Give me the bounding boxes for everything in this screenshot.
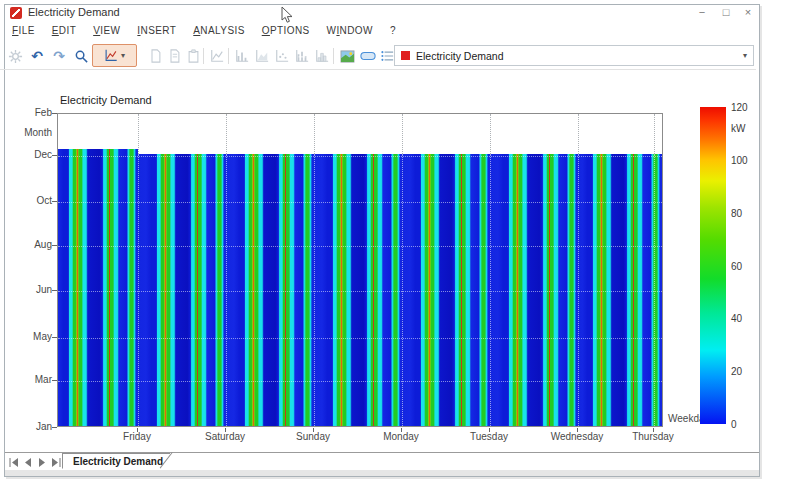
series-selector-dropdown[interactable]: Electricity Demand ▾ [394,45,754,66]
first-tab-button[interactable] [8,456,20,468]
colorbar-tick-40: 40 [731,313,761,324]
x-tick-mark [577,428,578,432]
x-tick-label-tuesday: Tuesday [447,431,531,442]
menu-item-view[interactable]: VIEW [93,25,120,36]
v-gridline-upper [138,114,139,154]
h-gridline [58,156,662,157]
menu-item-analysis[interactable]: ANALYSIS [193,25,244,36]
x-tick-mark [137,428,138,432]
y-tick-mark [52,155,57,156]
x-tick-mark [313,428,314,432]
last-tab-button[interactable] [50,456,62,468]
x-tick-label-friday: Friday [95,431,179,442]
x-tick-mark [401,428,402,432]
h-gridline [58,291,662,292]
y-tick-mark [52,113,57,114]
undo-icon[interactable]: ↶ [28,47,46,65]
h-gridline [58,338,662,339]
chart-type-button[interactable]: ▾ [92,44,137,67]
v-gridline-lower [226,154,227,426]
v-gridline-upper [578,114,579,154]
colorbar-tick-60: 60 [731,261,761,272]
redo-icon[interactable]: ↷ [50,47,68,65]
v-gridline-upper [654,114,655,154]
colorbar-tick-0: 0 [731,419,761,430]
y-tick-label-dec: Dec [16,149,52,160]
x-tick-label-thursday: Thursday [611,431,695,442]
x-tick-mark [489,428,490,432]
v-gridline-upper [490,114,491,154]
histogram-chart-icon[interactable] [313,47,331,65]
window-title: Electricity Demand [28,6,120,18]
menu-item-options[interactable]: OPTIONS [262,25,310,36]
y-tick-mark [52,427,57,428]
mouse-cursor [281,6,295,24]
app-logo-icon [10,7,22,19]
colorbar-tick-80: 80 [731,208,761,219]
y-tick-label-oct: Oct [16,195,52,206]
v-gridline-lower [402,154,403,426]
carpet-plot-icon [104,49,118,62]
menu-bar: FILEEDITVIEWINSERTANALYSISOPTIONSWINDOW? [12,25,396,36]
v-gridline-lower [578,154,579,426]
y-tick-label-mar: Mar [16,374,52,385]
area-chart-icon[interactable] [253,47,271,65]
line-chart-icon[interactable] [208,47,226,65]
v-gridline-lower [314,154,315,426]
v-gridline-lower [490,154,491,426]
tab-electricity-demand[interactable]: Electricity Demand [62,453,170,469]
h-gridline [58,202,662,203]
zoom-icon[interactable] [72,47,90,65]
maximize-button[interactable]: □ [717,4,735,20]
status-strip [5,470,759,476]
y-tick-label-aug: Aug [16,239,52,250]
y-tick-label-jun: Jun [16,284,52,295]
colorbar-tick-120: 120 [731,102,761,113]
minimize-button[interactable]: − [693,4,711,20]
colorbar-gradient [700,107,726,424]
paste-icon[interactable] [184,47,202,65]
h-gridline [58,246,662,247]
stacked-chart-icon[interactable] [293,47,311,65]
export-image-icon[interactable] [338,47,356,65]
y-tick-label-feb: Feb [16,107,52,118]
bar-chart-icon[interactable] [233,47,251,65]
menu-item-edit[interactable]: EDIT [52,25,76,36]
menu-item-file[interactable]: FILE [12,25,35,36]
y-tick-mark [52,380,57,381]
copy-page-icon[interactable] [146,47,164,65]
previous-tab-button[interactable] [22,456,34,468]
x-tick-label-saturday: Saturday [183,431,267,442]
chart-title: Electricity Demand [60,94,152,106]
x-tick-mark [225,428,226,432]
y-tick-label-jan: Jan [16,421,52,432]
colorbar-tick-20: 20 [731,366,761,377]
series-selector-value: Electricity Demand [416,50,737,62]
menu-item-help[interactable]: ? [390,25,396,36]
menu-item-insert[interactable]: INSERT [137,25,176,36]
chevron-down-icon: ▾ [121,51,125,60]
legend-pill-icon[interactable] [359,47,377,65]
x-tick-label-wednesday: Wednesday [535,431,619,442]
toolbar: ↶ ↷ ▾ [0,42,756,70]
h-gridline [58,381,662,382]
y-axis-title: Month [16,127,52,138]
v-gridline-lower [654,154,655,426]
duplicate-page-icon[interactable] [165,47,183,65]
screenshot-root: Electricity Demand − □ × FILEEDITVIEWINS… [0,0,788,483]
carpet-segment-main [138,154,662,426]
settings-gear-icon[interactable] [6,47,24,65]
carpet-plot-canvas[interactable] [57,113,663,427]
y-tick-mark [52,290,57,291]
close-button[interactable]: × [739,4,757,20]
v-gridline-upper [226,114,227,154]
y-tick-label-may: May [16,331,52,342]
menu-item-window[interactable]: WINDOW [327,25,373,36]
x-tick-mark [653,428,654,432]
v-gridline-upper [402,114,403,154]
v-gridline-upper [314,114,315,154]
next-tab-button[interactable] [36,456,48,468]
x-tick-label-monday: Monday [359,431,443,442]
y-tick-mark [52,245,57,246]
scatter-chart-icon[interactable] [273,47,291,65]
